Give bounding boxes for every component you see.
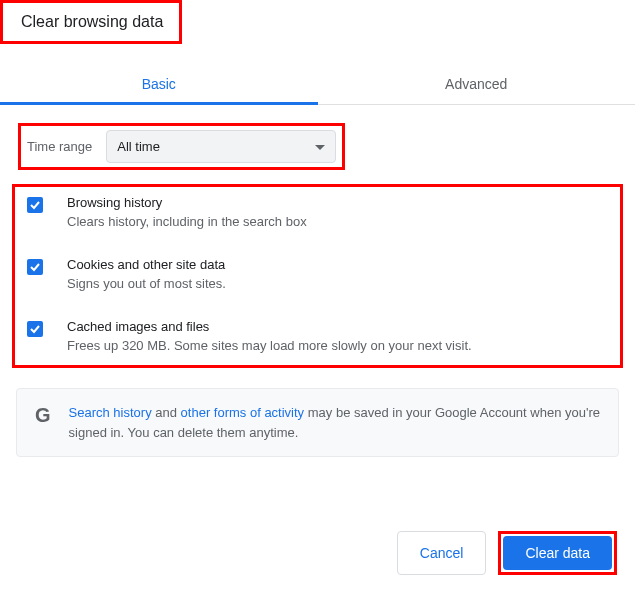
option-desc: Frees up 320 MB. Some sites may load mor… [67,338,472,353]
option-desc: Clears history, including in the search … [67,214,307,229]
dialog-title: Clear browsing data [3,3,179,41]
info-text: Search history and other forms of activi… [69,403,600,442]
info-box: G Search history and other forms of acti… [16,388,619,457]
time-range-row: Time range All time [18,123,345,170]
option-browsing-history: Browsing history Clears history, includi… [23,195,612,229]
google-g-icon: G [35,403,51,427]
checkbox-cache[interactable] [27,321,43,337]
option-title: Cached images and files [67,319,472,334]
cancel-button[interactable]: Cancel [397,531,487,575]
clear-data-button[interactable]: Clear data [503,536,612,570]
check-icon [29,261,41,273]
option-title: Browsing history [67,195,307,210]
check-icon [29,323,41,335]
option-cookies: Cookies and other site data Signs you ou… [23,257,612,291]
checkbox-cookies[interactable] [27,259,43,275]
tab-basic[interactable]: Basic [0,64,318,104]
option-title: Cookies and other site data [67,257,226,272]
chevron-down-icon [315,139,325,154]
time-range-selected: All time [117,139,160,154]
tab-advanced[interactable]: Advanced [318,64,636,104]
link-other-activity[interactable]: other forms of activity [181,405,305,420]
option-cache: Cached images and files Frees up 320 MB.… [23,319,612,353]
link-search-history[interactable]: Search history [69,405,152,420]
clear-browsing-data-dialog: Clear browsing data Basic Advanced Time … [0,0,635,457]
tabs: Basic Advanced [0,64,635,105]
checkbox-browsing-history[interactable] [27,197,43,213]
option-desc: Signs you out of most sites. [67,276,226,291]
dialog-buttons: Cancel Clear data [397,531,617,575]
time-range-label: Time range [27,139,92,154]
options-group: Browsing history Clears history, includi… [12,184,623,368]
check-icon [29,199,41,211]
time-range-select[interactable]: All time [106,130,336,163]
